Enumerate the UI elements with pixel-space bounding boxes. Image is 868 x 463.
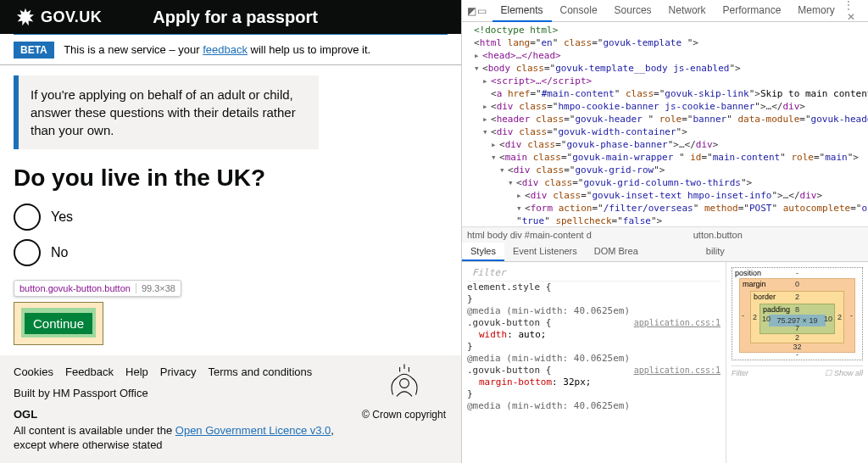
radio-circle-icon[interactable] (14, 204, 41, 231)
govuk-logotype[interactable]: GOV.UK (41, 8, 102, 26)
continue-button[interactable]: Continue (25, 313, 92, 334)
tooltip-dimensions: 99.3×38 (136, 283, 175, 293)
licence-text: All content is available under the Open … (14, 424, 336, 453)
tab-styles[interactable]: Styles (462, 243, 504, 261)
inspect-tooltip: button.govuk-button.button 99.3×38 (14, 280, 181, 297)
dom-breadcrumb[interactable]: html body div #main-content dutton.butto… (462, 226, 868, 243)
device-icon[interactable]: ▭ (477, 5, 487, 17)
inset-info: If you're applying on behalf of an adult… (14, 75, 319, 149)
tab-network[interactable]: Network (660, 0, 715, 22)
royal-arms-icon (381, 364, 427, 403)
tab-sources[interactable]: Sources (606, 0, 660, 22)
footer-link-feedback[interactable]: Feedback (65, 365, 114, 378)
crown-copyright[interactable]: © Crown copyright (362, 364, 446, 421)
tooltip-selector: button.govuk-button.button (19, 283, 131, 293)
tab-event-listeners[interactable]: Event Listeners (504, 243, 586, 261)
radio-yes[interactable]: Yes (14, 204, 448, 231)
radio-no-label: No (51, 245, 68, 260)
phase-banner: BETA This is a new service – your feedba… (0, 35, 461, 65)
styles-filter[interactable]: Filter (467, 265, 721, 282)
crown-logo-icon (14, 7, 37, 27)
footer-link-cookies[interactable]: Cookies (14, 365, 53, 378)
styles-tabs: Styles Event Listeners DOM Brea bility (462, 243, 868, 262)
question-heading: Do you live in the UK? (14, 165, 448, 192)
tab-accessibility[interactable]: bility (698, 243, 733, 261)
box-model: position -- margin 0 32 - - border 22 22… (726, 262, 868, 463)
continue-button-highlight: Continue (14, 302, 448, 345)
footer-link-privacy[interactable]: Privacy (160, 365, 197, 378)
beta-tag: BETA (14, 42, 54, 59)
footer: Cookies Feedback Help Privacy Terms and … (0, 355, 461, 463)
radio-circle-icon[interactable] (14, 239, 41, 266)
tab-performance[interactable]: Performance (715, 0, 790, 22)
devtools-toolbar: ◩ ▭ Elements Console Sources Network Per… (462, 0, 868, 22)
tab-dom-breakpoints[interactable]: DOM Brea (586, 243, 647, 261)
main-content: If you're applying on behalf of an adult… (0, 65, 461, 355)
svg-point-0 (399, 379, 409, 388)
footer-link-help[interactable]: Help (125, 365, 148, 378)
radio-no[interactable]: No (14, 239, 448, 266)
phase-text-post: will help us to improve it. (248, 43, 370, 56)
feedback-link[interactable]: feedback (203, 43, 248, 56)
service-name: Apply for a passport (153, 8, 317, 27)
tab-memory[interactable]: Memory (789, 0, 843, 22)
ogl-link[interactable]: Open Government Licence v3.0 (175, 424, 331, 437)
dom-tree[interactable]: <!doctype html> <html lang="en" class="g… (462, 22, 868, 226)
styles-rules[interactable]: Filter element.style { } @media (min-wid… (462, 262, 726, 463)
phase-text-pre: This is a new service – your (64, 43, 203, 56)
tab-elements[interactable]: Elements (492, 0, 552, 22)
inspect-icon[interactable]: ◩ (467, 5, 477, 17)
devtools-menu-icon[interactable]: ⋮ ✕ (843, 0, 863, 23)
footer-link-terms[interactable]: Terms and conditions (208, 365, 312, 378)
radio-yes-label: Yes (51, 209, 73, 225)
crown-copyright-text: © Crown copyright (362, 409, 446, 421)
tab-console[interactable]: Console (552, 0, 606, 22)
govuk-header: GOV.UK Apply for a passport (0, 0, 461, 34)
